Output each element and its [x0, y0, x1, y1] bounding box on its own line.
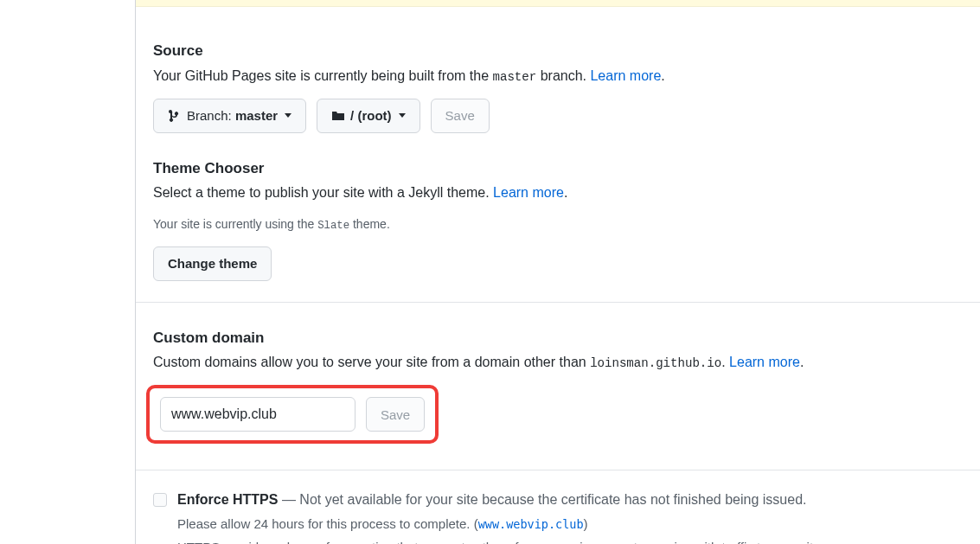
folder-icon: [331, 109, 345, 123]
enforce-https-section: Enforce HTTPS — Not yet available for yo…: [136, 470, 980, 544]
git-branch-icon: [168, 109, 182, 123]
enforce-https-title-line: Enforce HTTPS — Not yet available for yo…: [177, 490, 963, 510]
source-section: Source Your GitHub Pages site is current…: [136, 7, 980, 281]
notice-strip: [136, 0, 980, 7]
source-description: Your GitHub Pages site is currently bein…: [153, 66, 980, 86]
source-controls: Branch: master / (root) Save: [153, 99, 980, 133]
custom-domain-section: Custom domain Custom domains allow you t…: [136, 303, 980, 445]
branch-code: master: [493, 70, 537, 84]
highlight-annotation: Save: [146, 385, 439, 444]
enforce-https-wait: Please allow 24 hours for this process t…: [177, 514, 963, 534]
chevron-down-icon: [399, 113, 406, 118]
folder-select-button[interactable]: / (root): [317, 99, 420, 133]
theme-learn-more-link[interactable]: Learn more: [493, 185, 564, 200]
custom-domain-controls: Save: [157, 394, 428, 435]
theme-heading: Theme Chooser: [153, 157, 980, 180]
left-gutter: [0, 0, 135, 544]
custom-domain-heading: Custom domain: [153, 327, 980, 349]
custom-learn-more-link[interactable]: Learn more: [729, 355, 800, 369]
custom-domain-description: Custom domains allow you to serve your s…: [153, 352, 980, 373]
custom-domain-save-button[interactable]: Save: [366, 397, 425, 432]
enforce-https-checkbox[interactable]: [153, 493, 167, 507]
source-save-button[interactable]: Save: [431, 99, 490, 133]
branch-select-button[interactable]: Branch: master: [153, 99, 306, 133]
change-theme-button[interactable]: Change theme: [153, 246, 272, 281]
source-learn-more-link[interactable]: Learn more: [590, 68, 661, 83]
source-heading: Source: [153, 40, 980, 62]
custom-domain-input[interactable]: [160, 397, 355, 432]
enforce-https-line2: HTTPS provides a layer of encryption tha…: [177, 537, 963, 544]
theme-description: Select a theme to publish your site with…: [153, 182, 980, 203]
settings-panel: Source Your GitHub Pages site is current…: [135, 0, 980, 544]
theme-note: Your site is currently using the Slate t…: [153, 215, 980, 234]
chevron-down-icon: [285, 113, 291, 118]
